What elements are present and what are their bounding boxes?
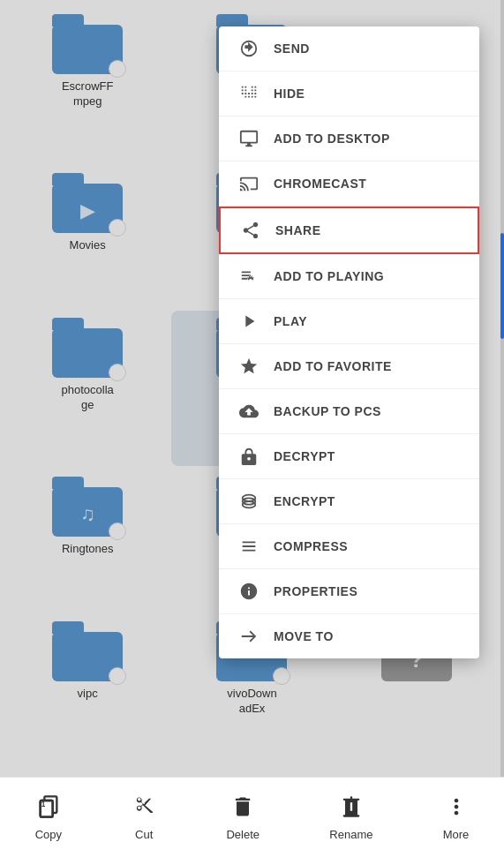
send-icon bbox=[237, 39, 261, 58]
menu-item-share[interactable]: SHARE bbox=[219, 207, 479, 254]
addplaying-icon bbox=[237, 267, 261, 286]
menu-label-compress: COMPRESS bbox=[274, 539, 348, 553]
encrypt-icon bbox=[237, 492, 261, 511]
menu-item-move-to[interactable]: MOVE TO bbox=[219, 614, 479, 658]
bottom-toolbar: 1 Copy Cut Delete Rename bbox=[0, 777, 504, 857]
menu-item-play[interactable]: PLAY bbox=[219, 299, 479, 344]
menu-label-add-to-favorite: ADD TO FAVORITE bbox=[274, 359, 392, 373]
context-menu: SEND HIDE ADD TO DESKTOP CHROMECAST bbox=[219, 26, 479, 658]
menu-label-hide: HIDE bbox=[274, 86, 305, 101]
menu-item-chromecast[interactable]: CHROMECAST bbox=[219, 162, 479, 207]
menu-label-play: PLAY bbox=[274, 314, 307, 328]
menu-item-backup-to-pcs[interactable]: BACKUP TO PCS bbox=[219, 389, 479, 434]
cut-label: Cut bbox=[135, 828, 153, 841]
menu-label-backup-to-pcs: BACKUP TO PCS bbox=[274, 404, 381, 418]
copy-icon: 1 bbox=[36, 794, 61, 824]
delete-button[interactable]: Delete bbox=[212, 787, 274, 848]
menu-item-add-to-favorite[interactable]: ADD TO FAVORITE bbox=[219, 344, 479, 389]
menu-item-hide[interactable]: HIDE bbox=[219, 71, 479, 117]
moveto-icon bbox=[237, 627, 261, 646]
menu-label-move-to: MOVE TO bbox=[274, 629, 334, 643]
star-icon bbox=[237, 357, 261, 376]
menu-label-share: SHARE bbox=[275, 223, 321, 237]
rename-label: Rename bbox=[329, 828, 372, 841]
chromecast-icon bbox=[237, 174, 261, 193]
menu-item-compress[interactable]: COMPRESS bbox=[219, 524, 479, 569]
rename-icon bbox=[339, 794, 364, 824]
share-icon bbox=[238, 221, 263, 240]
menu-item-encrypt[interactable]: ENCRYPT bbox=[219, 479, 479, 524]
menu-label-send: SEND bbox=[274, 41, 310, 56]
rename-button[interactable]: Rename bbox=[315, 787, 387, 848]
more-label: More bbox=[443, 828, 470, 841]
copy-label: Copy bbox=[35, 828, 62, 841]
copy-button[interactable]: 1 Copy bbox=[21, 787, 76, 848]
cloud-icon bbox=[237, 402, 261, 421]
menu-item-send[interactable]: SEND bbox=[219, 26, 479, 71]
compress-icon bbox=[237, 537, 261, 556]
cut-icon bbox=[132, 794, 156, 824]
svg-text:1: 1 bbox=[41, 801, 46, 808]
menu-label-decrypt: DECRYPT bbox=[274, 449, 335, 463]
info-icon bbox=[237, 582, 261, 601]
cut-button[interactable]: Cut bbox=[117, 787, 170, 848]
menu-item-add-to-playing[interactable]: ADD TO PLAYING bbox=[219, 254, 479, 299]
delete-icon bbox=[230, 794, 255, 824]
menu-item-decrypt[interactable]: DECRYPT bbox=[219, 434, 479, 479]
play-icon bbox=[237, 312, 261, 331]
menu-item-add-to-desktop[interactable]: ADD TO DESKTOP bbox=[219, 117, 479, 162]
menu-label-add-to-desktop: ADD TO DESKTOP bbox=[274, 132, 390, 146]
menu-label-properties: PROPERTIES bbox=[274, 584, 357, 598]
menu-label-add-to-playing: ADD TO PLAYING bbox=[274, 269, 384, 283]
menu-item-properties[interactable]: PROPERTIES bbox=[219, 569, 479, 614]
hide-icon bbox=[237, 84, 261, 103]
more-icon bbox=[444, 794, 469, 824]
more-button[interactable]: More bbox=[429, 787, 484, 848]
decrypt-icon bbox=[237, 447, 261, 466]
desktop-icon bbox=[237, 129, 261, 148]
menu-label-encrypt: ENCRYPT bbox=[274, 494, 335, 508]
delete-label: Delete bbox=[226, 828, 260, 841]
menu-label-chromecast: CHROMECAST bbox=[274, 177, 366, 191]
